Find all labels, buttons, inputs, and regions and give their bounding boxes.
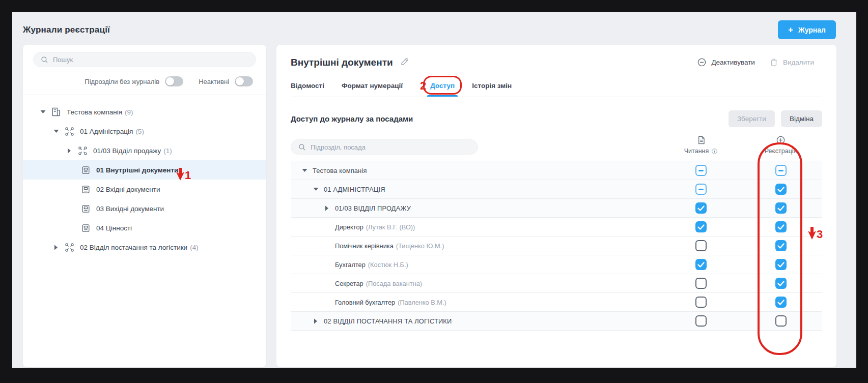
row-label: Помічник керівника xyxy=(335,242,394,250)
add-journal-label: Журнал xyxy=(798,26,826,34)
annotation-3-number: 3 xyxy=(817,229,823,240)
toggle-switch[interactable] xyxy=(235,76,253,86)
read-cell xyxy=(663,278,739,289)
cancel-button[interactable]: Відміна xyxy=(781,110,822,127)
caret-right-icon[interactable] xyxy=(52,245,60,250)
page-title: Журнали реєстрації xyxy=(23,25,110,35)
caret-right-icon[interactable] xyxy=(323,205,330,211)
tree-item-label: 02 Вхідні документи xyxy=(96,186,160,193)
row-label: Головний бухгалтер xyxy=(335,299,395,306)
plus-icon: + xyxy=(788,25,793,34)
access-table-row[interactable]: Помічник керівника(Тищенко Ю.М.) xyxy=(291,237,822,255)
tree-item-count: (4) xyxy=(190,244,199,251)
row-label: Директор xyxy=(335,223,363,231)
edit-title-button[interactable] xyxy=(399,56,410,69)
sidebar-tree-item[interactable]: 01/03 Відділ продажу(1) xyxy=(23,141,266,160)
journal-icon xyxy=(80,165,91,175)
delete-button[interactable]: Видалити xyxy=(769,57,814,67)
tree-item-count: (9) xyxy=(125,108,133,116)
column-register-label: Реєстрація xyxy=(765,148,797,155)
read-checkbox-checked[interactable] xyxy=(695,259,707,270)
toggle-group-0: Підрозділи без журналів xyxy=(85,76,183,86)
orgunit-icon xyxy=(77,145,88,156)
tab-inactive[interactable]: Формат нумерації xyxy=(342,79,403,97)
sidebar-tree-item[interactable]: 02 Вхідні документи xyxy=(23,180,266,199)
search-icon xyxy=(298,143,306,151)
app-window: Журнали реєстрації + Журнал Пошук Підроз… xyxy=(12,12,856,368)
sidebar-tree-item[interactable]: 03 Вихідні документи xyxy=(23,199,266,218)
row-person: (Тищенко Ю.М.) xyxy=(396,242,444,250)
read-cell xyxy=(663,184,739,195)
sidebar-search-input[interactable]: Пошук xyxy=(33,52,256,67)
register-checkbox-checked[interactable] xyxy=(775,297,787,308)
caret-right-icon[interactable] xyxy=(66,148,73,153)
access-table-row[interactable]: Головний бухгалтер(Павленко В.М.) xyxy=(291,293,822,312)
read-checkbox-unchecked[interactable] xyxy=(695,315,707,327)
read-cell xyxy=(663,297,739,308)
tab-active[interactable]: Доступ xyxy=(430,79,455,97)
access-table-row[interactable]: 02 ВІДДІЛ ПОСТАЧАННЯ ТА ЛОГІСТИКИ xyxy=(291,312,822,331)
access-table-row[interactable]: Директор(Лутак В.Г. (ВО)) xyxy=(291,218,822,237)
toggle-label: Підрозділи без журналів xyxy=(85,78,159,85)
register-cell xyxy=(739,184,822,195)
row-label: 01 АДМІНІСТРАЦІЯ xyxy=(324,186,385,193)
delete-label: Видалити xyxy=(783,58,814,66)
read-checkbox-indeterminate[interactable] xyxy=(695,165,707,176)
register-checkbox-checked[interactable] xyxy=(775,240,787,251)
access-table-row[interactable]: Секретар(Посада вакантна) xyxy=(291,274,822,293)
access-table-row[interactable]: Бухгалтер(Костюк Н.Б.) xyxy=(291,255,822,274)
orgunit-icon xyxy=(64,126,74,136)
annotation-2-number: 2 xyxy=(420,80,426,92)
toggle-group-1: Неактивні xyxy=(199,76,253,86)
info-icon[interactable] xyxy=(711,148,718,155)
orgunit-icon xyxy=(64,242,74,252)
tree-item-label: Тестова компанія xyxy=(67,108,122,116)
sidebar-tree-item[interactable]: 02 Відділ постачання та логістики(4) xyxy=(23,238,266,257)
register-checkbox-checked[interactable] xyxy=(775,259,787,270)
toggle-switch[interactable] xyxy=(165,76,183,86)
caret-down-icon[interactable] xyxy=(301,168,308,173)
tree-item-label: 03 Вихідні документи xyxy=(96,205,164,213)
caret-down-icon[interactable] xyxy=(39,109,46,114)
read-checkbox-indeterminate[interactable] xyxy=(695,184,707,195)
tab-inactive[interactable]: Історія змін xyxy=(472,79,512,97)
journal-tabs: ВідомостіФормат нумерації2ДоступІсторія … xyxy=(291,79,822,97)
journal-title-row: Внутрішні документи xyxy=(291,45,822,69)
access-table-header: Підрозділ, посада Читання xyxy=(291,135,822,161)
read-checkbox-checked[interactable] xyxy=(695,221,707,232)
register-cell xyxy=(739,259,822,270)
read-checkbox-unchecked[interactable] xyxy=(695,240,707,251)
tab-inactive[interactable]: Відомості xyxy=(291,79,324,97)
sidebar-tree-item[interactable]: 01 Внутрішні документи xyxy=(23,160,266,180)
journals-sidebar: Пошук Підрозділи без журналівНеактивні Т… xyxy=(23,45,266,367)
sidebar-tree-item[interactable]: 01 Адміністрація(5) xyxy=(23,122,266,141)
caret-right-icon[interactable] xyxy=(312,318,319,323)
access-table-row[interactable]: 01 АДМІНІСТРАЦІЯ xyxy=(291,180,822,199)
register-cell xyxy=(739,278,822,289)
read-checkbox-unchecked[interactable] xyxy=(695,297,707,308)
register-cell xyxy=(739,297,822,308)
access-table-row[interactable]: 01/03 ВІДДІЛ ПРОДАЖУ xyxy=(291,199,822,218)
register-checkbox-checked[interactable] xyxy=(775,278,787,289)
register-checkbox-checked[interactable] xyxy=(775,202,787,214)
register-checkbox-indeterminate[interactable] xyxy=(775,165,787,176)
annotation-1: 1 xyxy=(176,168,191,183)
deactivate-button[interactable]: Деактивувати xyxy=(697,57,755,67)
register-checkbox-checked[interactable] xyxy=(775,221,787,232)
row-person: (Костюк Н.Б.) xyxy=(368,261,408,269)
register-checkbox-checked[interactable] xyxy=(775,184,787,195)
position-search-input[interactable]: Підрозділ, посада xyxy=(291,139,478,155)
save-button[interactable]: Зберегти xyxy=(729,110,775,127)
read-checkbox-unchecked[interactable] xyxy=(695,278,707,289)
toggle-label: Неактивні xyxy=(199,78,229,85)
add-journal-button[interactable]: + Журнал xyxy=(778,20,836,39)
document-read-icon xyxy=(696,135,706,145)
read-checkbox-checked[interactable] xyxy=(695,202,707,214)
access-table-row[interactable]: Тестова компанія xyxy=(291,161,822,180)
sidebar-tree-item[interactable]: Тестова компанія(9) xyxy=(23,102,266,122)
column-read-label: Читання xyxy=(684,148,709,155)
sidebar-tree-item[interactable]: 04 Цінності xyxy=(23,218,266,238)
caret-down-icon[interactable] xyxy=(312,187,319,192)
caret-down-icon[interactable] xyxy=(52,129,60,134)
register-checkbox-unchecked[interactable] xyxy=(775,315,787,327)
